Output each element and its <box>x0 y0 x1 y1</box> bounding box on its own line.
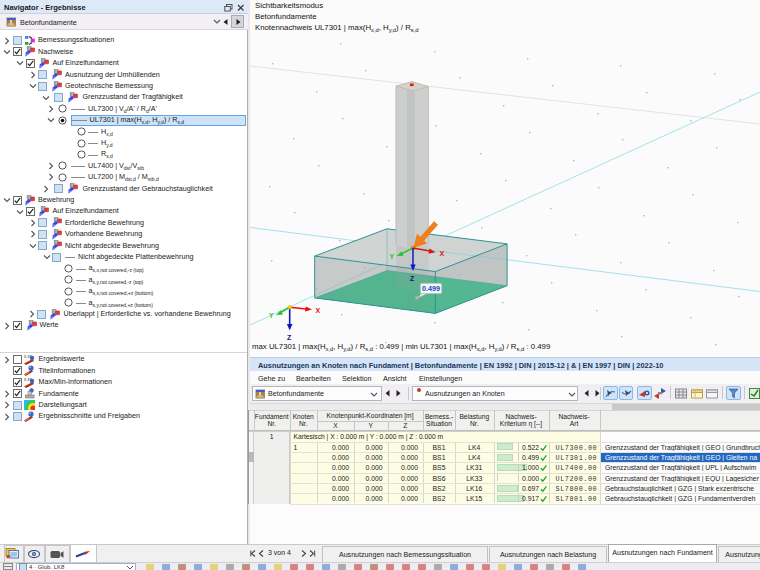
svg-text:Z: Z <box>410 274 415 283</box>
svg-text:X: X <box>440 249 445 258</box>
svg-text:Y: Y <box>390 253 395 260</box>
svg-text:X: X <box>316 307 321 314</box>
svg-text:Y: Y <box>269 312 274 319</box>
svg-text:Z: Z <box>287 334 292 341</box>
svg-text:0.499: 0.499 <box>422 284 440 293</box>
